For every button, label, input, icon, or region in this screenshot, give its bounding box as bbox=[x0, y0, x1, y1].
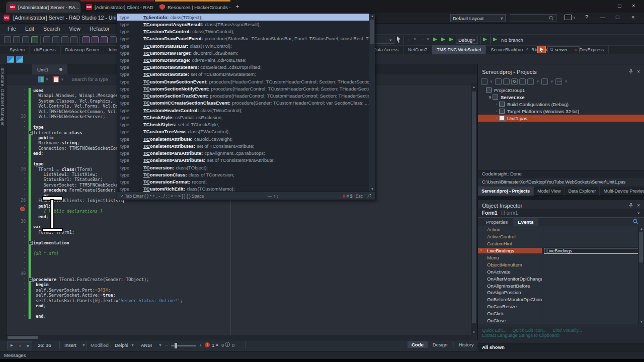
minimize-button[interactable]: — bbox=[600, 14, 605, 20]
code-line[interactable]: · end; bbox=[7, 214, 471, 219]
completion-item[interactable]: typeTCustomDrawStateItem:cdsSelected..cd… bbox=[117, 64, 369, 71]
inspector-row[interactable]: OnClose bbox=[478, 317, 644, 324]
bookmark-icon[interactable] bbox=[70, 36, 77, 43]
menu-item-file[interactable]: File bbox=[3, 24, 21, 34]
property-value[interactable] bbox=[542, 233, 644, 240]
inspector-row[interactable]: OnCanResize bbox=[478, 303, 644, 310]
property-value[interactable] bbox=[542, 296, 644, 303]
completion-item[interactable]: typeTCustomDrawTarget:dtControl..dtSubIt… bbox=[117, 49, 369, 56]
language-select[interactable]: Delphi bbox=[115, 342, 128, 348]
inspector-row[interactable]: Menu bbox=[478, 254, 644, 261]
wrench-icon[interactable] bbox=[367, 194, 372, 199]
code-line[interactable]: · bbox=[7, 256, 471, 261]
chevron-down-icon[interactable]: ∨ bbox=[427, 37, 429, 41]
tree-item[interactable]: ›Unit1.pas bbox=[478, 115, 644, 122]
completion-item[interactable]: typeTConsistentParaAttributes:set of TCo… bbox=[117, 157, 369, 164]
compile-button[interactable]: ▶ bbox=[483, 36, 487, 42]
palette-tab[interactable]: SecureBlackbox bbox=[486, 45, 528, 54]
fold-marker-icon[interactable]: − bbox=[29, 131, 33, 135]
help-circle-icon[interactable] bbox=[52, 36, 59, 43]
dock-tab[interactable]: Model View bbox=[534, 187, 565, 196]
chevron-down-icon[interactable]: ∨ bbox=[565, 79, 567, 83]
code-line[interactable]: · self.StatusBar1.Panels[0].Text:='Serve… bbox=[7, 298, 471, 303]
inspector-row[interactable]: OnClick bbox=[478, 310, 644, 317]
quick-link[interactable]: Bind Visually... bbox=[553, 328, 582, 333]
more-options-icon[interactable]: ⋯ bbox=[555, 78, 562, 85]
insert-mode[interactable]: Insert bbox=[64, 342, 76, 348]
code-line[interactable]: · bbox=[7, 266, 471, 272]
code-line[interactable]: · bbox=[7, 235, 471, 240]
completion-item[interactable]: typeTCustomHCCreateSectionClassEvent:pro… bbox=[117, 100, 369, 107]
close-icon[interactable]: × bbox=[637, 69, 640, 74]
property-value[interactable] bbox=[542, 289, 644, 296]
options-icon[interactable] bbox=[43, 36, 50, 43]
run-target-icon[interactable] bbox=[396, 36, 401, 43]
inspector-row[interactable]: OnAlignInsertBefore bbox=[478, 282, 644, 289]
palette-tab[interactable]: System bbox=[5, 45, 30, 54]
value-editor[interactable]: LiveBindings∨ bbox=[544, 248, 642, 254]
completion-item[interactable]: typeTConversion:class(TObject); bbox=[117, 164, 369, 171]
dock-tab[interactable]: Data Explorer bbox=[565, 187, 600, 196]
completion-item[interactable]: typeTConsistentParaAttribute:cpaAlignmen… bbox=[117, 149, 369, 156]
stop-icon[interactable]: ■ bbox=[27, 344, 29, 347]
dock-tab[interactable]: Server.dproj - Projects bbox=[478, 187, 534, 196]
browser-close-button[interactable]: × bbox=[632, 3, 635, 9]
scroll-down-icon[interactable]: ▼ bbox=[471, 331, 477, 334]
build-groups-icon[interactable] bbox=[519, 78, 526, 85]
inspector-tab-properties[interactable]: Properties bbox=[481, 218, 513, 226]
code-line[interactable]: 30 bbox=[7, 219, 471, 224]
inspector-row[interactable]: LiveBindings›LiveBindings∨ bbox=[478, 247, 644, 254]
encoding-select[interactable]: ANSI bbox=[141, 342, 152, 348]
palette-tab[interactable]: TMS FNC WebSocket bbox=[432, 45, 486, 54]
type-search-placeholder[interactable]: Search for a type bbox=[71, 76, 108, 82]
remove-item-icon[interactable] bbox=[503, 78, 510, 85]
record-icon[interactable]: ● bbox=[19, 344, 21, 347]
completion-item[interactable]: typeTclientinfo:class(TObject); bbox=[117, 14, 369, 21]
menu-item-search[interactable]: Search bbox=[39, 24, 64, 34]
view-tab-design[interactable]: Design bbox=[429, 341, 452, 348]
ide-search-box[interactable] bbox=[510, 14, 556, 22]
code-line[interactable]: · begin bbox=[7, 282, 471, 287]
palette-search-input[interactable] bbox=[554, 47, 575, 53]
run-without-debugging-button[interactable]: ▶ bbox=[441, 36, 445, 42]
quick-link[interactable]: Quick Edit Icon... bbox=[513, 328, 547, 333]
quick-link[interactable]: Quick Edit... bbox=[482, 328, 507, 333]
code-line[interactable]: 40 bbox=[7, 272, 471, 277]
tree-item[interactable]: ›Target Platforms (Windows 32-bit) bbox=[478, 108, 644, 115]
browser-restore-button[interactable]: □ bbox=[618, 3, 621, 9]
code-line[interactable]: · bbox=[7, 261, 471, 266]
tree-expander-icon[interactable]: › bbox=[494, 116, 499, 121]
search-icon[interactable] bbox=[61, 36, 68, 43]
property-value[interactable] bbox=[542, 275, 644, 282]
code-line[interactable]: · { Public declarations } bbox=[7, 209, 471, 214]
completion-item[interactable]: typeTCustomTabControl:class(TWinControl)… bbox=[117, 28, 369, 35]
completion-item[interactable]: typeTCustomHeaderControl:class(TWinContr… bbox=[117, 107, 369, 114]
property-value[interactable] bbox=[542, 303, 644, 310]
new-tab-button[interactable]: + bbox=[235, 3, 239, 10]
palette-search-box[interactable]: × bbox=[547, 46, 580, 53]
menu-item-edit[interactable]: Edit bbox=[21, 24, 39, 34]
property-value[interactable] bbox=[542, 261, 644, 268]
completion-item[interactable]: typeTCheckStyles:set of TCheckStyle; bbox=[117, 121, 369, 128]
scroll-up-icon[interactable]: ▲ bbox=[369, 15, 375, 18]
completion-scroll-thumb[interactable] bbox=[370, 20, 374, 44]
completion-item[interactable]: typeTCustomDrawSectionEvent:procedure(He… bbox=[117, 78, 369, 85]
fold-marker-icon[interactable]: − bbox=[29, 278, 33, 282]
completion-item[interactable]: typeTCustomRichEdit:class(TCustomMemo); bbox=[117, 186, 369, 192]
code-line[interactable]: · Form1: TForm1; bbox=[7, 230, 471, 235]
debug-bug-icon[interactable] bbox=[83, 36, 90, 43]
browser-tab[interactable]: RAD[Administrator] Server - RA...× bbox=[6, 2, 80, 13]
git-status-icon[interactable]: ▶ bbox=[493, 36, 497, 42]
view-tab-code[interactable]: Code bbox=[408, 341, 428, 348]
completion-item[interactable]: typeTCustomStatusBar:class(TWinControl); bbox=[117, 42, 369, 49]
editor-hscroll-thumb[interactable] bbox=[8, 336, 38, 339]
completion-item[interactable]: typeTCustomTreeView:class(TWinControl); bbox=[117, 128, 369, 135]
chevron-down-icon[interactable]: ▼ bbox=[158, 343, 162, 347]
tree-item[interactable]: ›Build Configurations (Debug) bbox=[478, 101, 644, 108]
completion-item[interactable]: typeTCustomSectionNotifyEvent:procedure(… bbox=[117, 85, 369, 92]
warning-count-icon[interactable]: ▲ bbox=[215, 342, 219, 347]
inspector-row[interactable]: CustomHint bbox=[478, 240, 644, 247]
editor-hscrollbar[interactable] bbox=[7, 335, 471, 340]
dock-tab[interactable]: Multi-Device Preview bbox=[600, 187, 644, 196]
expander-icon[interactable]: › bbox=[480, 248, 482, 252]
